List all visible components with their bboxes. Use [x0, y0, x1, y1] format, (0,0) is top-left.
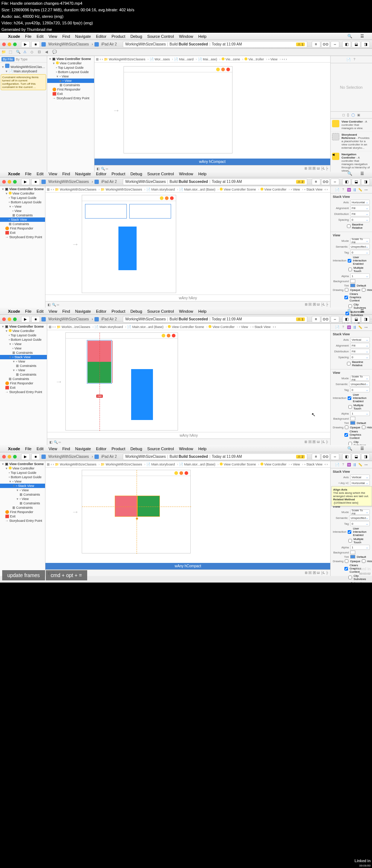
exit-item[interactable]: 🟥 Exit	[0, 231, 45, 235]
minimize-button[interactable]	[8, 317, 11, 321]
search-icon[interactable]: 🔍	[347, 309, 352, 313]
alpha-field[interactable]: 1	[350, 545, 370, 550]
menu-help[interactable]: Help	[198, 172, 207, 176]
menu-product[interactable]: Product	[112, 34, 125, 39]
opaque-checkbox[interactable]	[345, 425, 348, 429]
toggle-navigator-button[interactable]: ◧	[342, 179, 351, 185]
vc-item[interactable]: ▼View Controller	[47, 61, 94, 65]
tint-swatch[interactable]	[350, 421, 355, 425]
run-button[interactable]: ▶	[21, 41, 30, 48]
first-responder-item[interactable]: 🟠 First Responder	[0, 510, 45, 514]
library-navc[interactable]: ◀ Navigation Controller - A controller t…	[331, 151, 372, 174]
semantic-select[interactable]: Unspecified	[349, 515, 370, 520]
close-button[interactable]	[2, 180, 6, 184]
hidden-checkbox[interactable]	[362, 288, 365, 292]
minimize-button[interactable]	[8, 455, 11, 459]
view-sub-item[interactable]: ▫ View	[0, 346, 47, 351]
issue-nav-icon[interactable]: ⚠	[23, 50, 28, 55]
tag-field[interactable]: 0	[350, 521, 370, 526]
warning-badge[interactable]: ⚠ 1	[296, 317, 305, 321]
blue-view[interactable]	[118, 227, 137, 270]
search-icon[interactable]: 🔍	[347, 34, 352, 39]
menu-product[interactable]: Product	[112, 172, 125, 176]
vc-icon[interactable]	[216, 68, 220, 71]
stackview-item[interactable]: ▼▫ Stack View	[0, 484, 45, 488]
toggle-navigator-button[interactable]: ◧	[342, 41, 351, 48]
baseline-checkbox[interactable]	[347, 224, 351, 228]
background-swatch[interactable]	[350, 279, 355, 283]
view-controller-canvas[interactable]: 240	[65, 332, 178, 431]
opaque-checkbox[interactable]	[345, 288, 348, 292]
close-button[interactable]	[2, 43, 6, 46]
stackview-item[interactable]: ▼▫ Stack View	[0, 355, 47, 359]
semantic-select[interactable]: Unspecified	[349, 244, 370, 249]
warning-badge[interactable]: ⚠ 1	[296, 43, 305, 46]
entry-point-item[interactable]: → Storyboard Entry Point	[0, 390, 47, 394]
hidden-checkbox[interactable]	[362, 425, 365, 429]
maximize-button[interactable]	[13, 180, 17, 184]
top-guide-item[interactable]: ▫ Top Layout Guide	[0, 196, 45, 200]
run-button[interactable]: ▶	[21, 316, 30, 323]
file-template-icon[interactable]: ◻	[342, 113, 345, 117]
minimize-button[interactable]	[8, 43, 11, 46]
ib-canvas-3[interactable]: 240 → ↖	[47, 330, 330, 432]
size-class-label[interactable]: wAny hAny	[47, 432, 330, 439]
bottom-guide-item[interactable]: ▫ Bottom Layout Guide	[47, 70, 94, 74]
stack-constraints-1[interactable]: ⊞ Constraints	[0, 364, 47, 368]
alpha-field[interactable]: 1	[350, 411, 370, 416]
menu-file[interactable]: File	[25, 172, 32, 176]
view-item[interactable]: ▼▫ View	[0, 342, 47, 346]
background-swatch[interactable]	[350, 551, 355, 554]
scheme-chooser[interactable]: WorkingWithSizeClasses›iPad Air 2	[41, 453, 118, 460]
editor-standard-button[interactable]: ≡	[312, 179, 320, 185]
tag-field[interactable]: 0	[350, 387, 370, 392]
entry-point-item[interactable]: → Storyboard Entry Point	[47, 96, 94, 100]
stack-view-sub2[interactable]: ▼▫ View	[0, 497, 45, 501]
first-responder-item[interactable]: 🟠 First Responder	[47, 87, 94, 92]
multiple-touch-checkbox[interactable]	[348, 539, 352, 543]
mode-select[interactable]: Scale To Fill	[350, 509, 370, 515]
object-library-icon[interactable]: ◯	[351, 113, 355, 117]
stack-view-sub1[interactable]: ▼▫ View	[0, 359, 47, 364]
help-inspector-icon[interactable]: ？	[353, 57, 356, 62]
semantic-select[interactable]: Unspecified	[349, 381, 370, 387]
clip-subviews-checkbox[interactable]	[348, 576, 352, 579]
distribution-select[interactable]: Fill	[350, 349, 370, 354]
entry-point-item[interactable]: → Storyboard Entry Point	[0, 519, 45, 523]
top-guide-item[interactable]: ▫ Top Layout Guide	[0, 333, 47, 337]
menu-xcode[interactable]: Xcode	[8, 309, 20, 313]
close-button[interactable]	[2, 317, 6, 321]
by-file-button[interactable]: By File	[1, 57, 15, 61]
editor-assistant-button[interactable]: ⊙⊙	[321, 179, 330, 185]
warning-badge[interactable]: ⚠ 2	[296, 180, 305, 184]
view-sub-item[interactable]: ▫ View	[0, 209, 45, 213]
size-class-label[interactable]: wAny hAny	[45, 295, 330, 301]
exit-icon[interactable]	[226, 68, 230, 71]
exit-item[interactable]: 🟥 Exit	[0, 514, 45, 519]
menu-sourcecontrol[interactable]: Source Control	[147, 34, 174, 39]
media-library-icon[interactable]: ▣	[357, 113, 360, 117]
exit-item[interactable]: 🟥 Exit	[0, 385, 47, 390]
green-view[interactable]	[137, 496, 160, 517]
center-handle[interactable]	[136, 517, 138, 520]
ib-canvas-4[interactable]: →	[45, 468, 330, 563]
scene-item[interactable]: ▼▣ View Controller Scene	[0, 187, 45, 191]
maximize-button[interactable]	[13, 43, 17, 46]
clears-graphics-checkbox[interactable]	[344, 567, 348, 571]
tint-swatch[interactable]	[350, 284, 355, 287]
constraints-item[interactable]: ⊞ Constraints	[0, 222, 45, 226]
spacing-field[interactable]: 0	[350, 355, 370, 360]
editor-assistant-button[interactable]: ⊙⊙	[321, 41, 330, 48]
stack-constraints-1[interactable]: ⊞ Constraints	[0, 492, 45, 497]
exit-item[interactable]: 🟥 Exit	[47, 92, 94, 96]
clears-graphics-checkbox[interactable]	[344, 296, 348, 299]
ib-canvas[interactable]: →	[94, 63, 330, 159]
top-guide-item[interactable]: ▫ Top Layout Guide	[0, 471, 45, 475]
menu-window[interactable]: Window	[179, 34, 193, 39]
spacing-field[interactable]: 0	[350, 217, 370, 222]
warning-badge[interactable]: ⚠ 2	[296, 455, 305, 459]
menu-xcode[interactable]: Xcode	[8, 172, 20, 176]
constraint-badge[interactable]: 240	[96, 395, 103, 398]
close-button[interactable]	[2, 455, 6, 459]
notifications-icon[interactable]: ☰	[360, 34, 364, 39]
